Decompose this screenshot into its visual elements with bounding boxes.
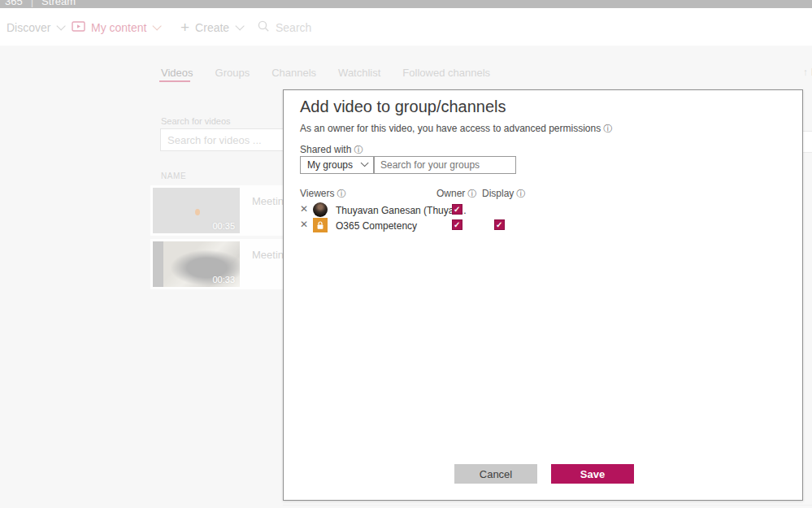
group-search-input[interactable]: [374, 156, 516, 174]
display-label-text: Display: [482, 188, 514, 199]
display-checkbox[interactable]: [494, 219, 505, 230]
add-video-to-groups-dialog: Add video to group/channels As an owner …: [283, 89, 803, 501]
info-icon[interactable]: ⓘ: [354, 144, 363, 156]
info-icon[interactable]: ⓘ: [337, 188, 345, 200]
dialog-subtitle-text: As an owner for this video, you have acc…: [300, 123, 601, 134]
owner-label-text: Owner: [436, 188, 465, 199]
info-icon[interactable]: ⓘ: [467, 188, 476, 200]
viewer-row: ✕ O365 Competency: [300, 218, 788, 233]
remove-viewer-icon[interactable]: ✕: [300, 204, 308, 214]
group-type-dropdown[interactable]: My groups: [300, 156, 374, 174]
info-icon[interactable]: ⓘ: [603, 123, 612, 135]
viewer-name: O365 Competency: [336, 220, 417, 232]
remove-viewer-icon[interactable]: ✕: [300, 219, 308, 229]
shared-with-label-text: Shared with: [300, 144, 351, 155]
info-icon[interactable]: ⓘ: [516, 188, 525, 200]
private-group-lock-icon: [313, 218, 328, 232]
display-column-header: Displayⓘ: [482, 188, 525, 200]
dialog-title: Add video to group/channels: [300, 98, 506, 116]
dialog-subtitle: As an owner for this video, you have acc…: [300, 123, 612, 135]
user-avatar: [313, 202, 328, 217]
owner-checkbox[interactable]: [452, 204, 462, 215]
stream-page: 365|Stream Discover My content + Create …: [0, 0, 812, 508]
viewers-column-header: Viewersⓘ: [300, 188, 345, 200]
chevron-down-icon: [361, 158, 369, 167]
viewer-row: ✕ Thuyavan Ganesan (Thuyav...: [300, 202, 788, 218]
owner-column-header: Ownerⓘ: [436, 188, 476, 200]
viewers-label-text: Viewers: [300, 188, 334, 199]
shared-with-label: Shared withⓘ: [300, 144, 363, 156]
owner-checkbox[interactable]: [452, 219, 462, 230]
group-type-selected-value: My groups: [307, 159, 353, 171]
cancel-button[interactable]: Cancel: [454, 464, 537, 484]
viewer-name: Thuyavan Ganesan (Thuyav...: [336, 205, 467, 216]
save-button[interactable]: Save: [551, 464, 634, 484]
